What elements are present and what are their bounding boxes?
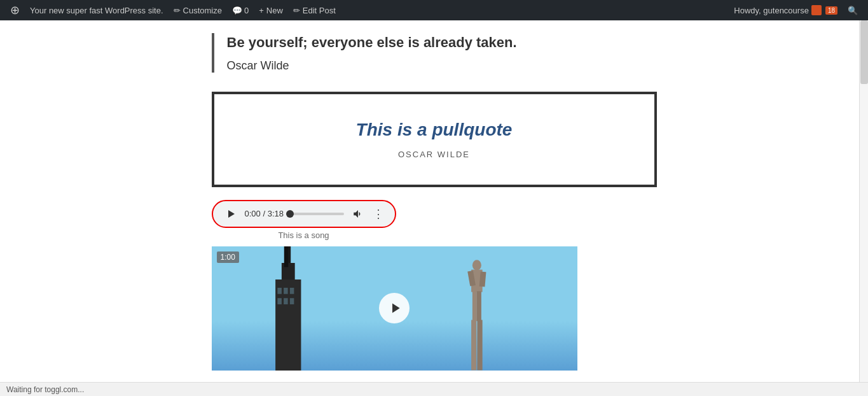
edit-post-button[interactable]: ✏ Edit Post	[288, 0, 341, 20]
customize-button[interactable]: ✏ Customize	[169, 0, 227, 20]
svg-marker-0	[228, 210, 235, 218]
customize-label: Customize	[183, 6, 222, 15]
pullquote-section: This is a pullquote OSCAR WILDE	[212, 92, 657, 187]
search-icon: 🔍	[848, 6, 858, 15]
user-menu-button[interactable]: Howdy, gutencourse 18	[729, 0, 843, 20]
howdy-label: Howdy, gutencourse	[734, 6, 809, 15]
new-label: New	[266, 6, 283, 15]
blockquote-text: Be yourself; everyone else is already ta…	[227, 33, 657, 53]
status-text: Waiting for toggl.com...	[6, 385, 84, 394]
video-play-button[interactable]	[379, 293, 410, 323]
audio-more-button[interactable]: ⋮	[372, 206, 385, 222]
wp-icon: ⊕	[10, 3, 20, 17]
new-content-button[interactable]: + New	[254, 0, 288, 20]
comment-count: 0	[244, 6, 249, 15]
edit-post-label: Edit Post	[303, 6, 336, 15]
svg-marker-4	[284, 246, 288, 267]
customize-icon: ✏	[174, 6, 181, 15]
audio-player-wrapper: 0:00 / 3:18 ⋮ This is	[212, 200, 657, 240]
audio-progress-track[interactable]	[290, 213, 344, 215]
svg-rect-17	[476, 292, 481, 322]
user-avatar	[811, 5, 822, 15]
page-wrapper: Be yourself; everyone else is already ta…	[0, 20, 868, 396]
audio-play-button[interactable]	[223, 206, 238, 222]
scrollbar-thumb[interactable]	[860, 20, 868, 84]
audio-player: 0:00 / 3:18 ⋮	[212, 200, 396, 228]
audio-current-time: 0:00	[245, 209, 261, 218]
svg-rect-16	[472, 292, 476, 322]
cathedral-graphic	[212, 246, 376, 371]
plus-icon: +	[259, 6, 264, 15]
notification-badge: 18	[825, 6, 837, 15]
pullquote-text: This is a pullquote	[233, 120, 635, 140]
audio-duration: 3:18	[268, 209, 284, 218]
site-name-button[interactable]: Your new super fast WordPress site.	[25, 0, 169, 20]
content-area: Be yourself; everyone else is already ta…	[212, 20, 657, 371]
statue-graphic	[431, 258, 523, 371]
status-bar: Waiting for toggl.com...	[0, 382, 868, 396]
audio-progress-thumb[interactable]	[286, 210, 294, 218]
svg-rect-8	[289, 288, 294, 294]
play-icon	[226, 209, 236, 219]
site-title: Your new super fast WordPress site.	[30, 6, 163, 15]
more-icon: ⋮	[373, 207, 384, 221]
svg-point-12	[472, 260, 481, 271]
audio-volume-button[interactable]	[350, 206, 366, 222]
svg-rect-9	[277, 298, 282, 304]
comment-icon: 💬	[232, 6, 242, 15]
blockquote-author: Oscar Wilde	[227, 59, 657, 73]
svg-rect-6	[277, 288, 282, 294]
admin-bar: ⊕ Your new super fast WordPress site. ✏ …	[0, 0, 868, 20]
pullquote-author: OSCAR WILDE	[233, 150, 635, 159]
video-play-icon	[389, 302, 402, 315]
svg-rect-10	[284, 298, 288, 304]
blockquote-section: Be yourself; everyone else is already ta…	[212, 33, 657, 73]
svg-rect-7	[284, 288, 288, 294]
video-thumbnail[interactable]: 1:00	[212, 246, 577, 371]
svg-rect-18	[471, 320, 476, 371]
wp-logo-button[interactable]: ⊕	[5, 0, 25, 20]
search-button[interactable]: 🔍	[843, 0, 863, 20]
audio-time-separator: /	[263, 209, 267, 218]
scrollbar[interactable]	[859, 20, 868, 382]
video-section: 1:00	[212, 246, 657, 371]
comments-button[interactable]: 💬 0	[227, 0, 254, 20]
edit-icon: ✏	[293, 6, 300, 15]
svg-rect-19	[477, 320, 482, 371]
svg-rect-11	[289, 298, 294, 304]
audio-caption: This is a song	[212, 230, 396, 240]
volume-icon	[352, 208, 364, 220]
audio-time-display: 0:00 / 3:18	[245, 209, 284, 218]
svg-marker-20	[392, 304, 400, 313]
